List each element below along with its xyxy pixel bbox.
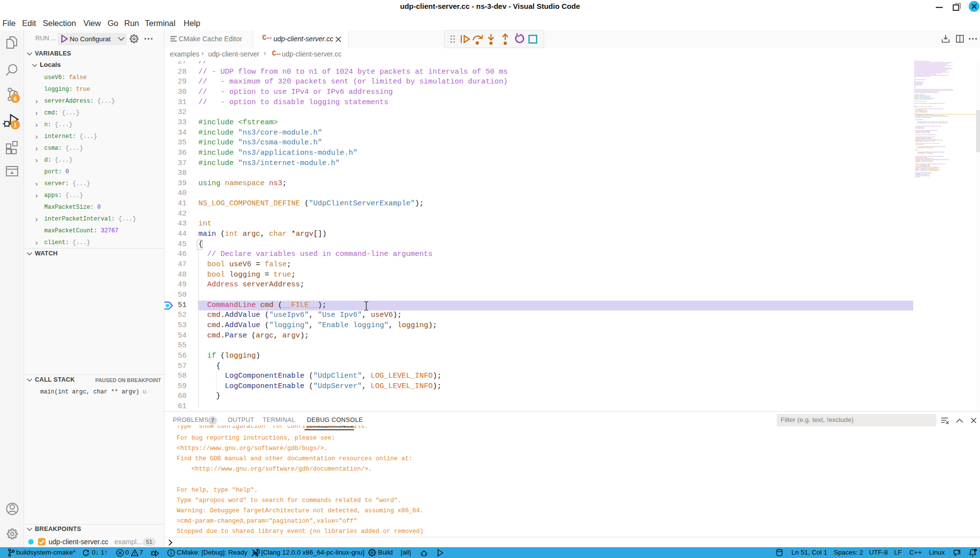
svg-text:1: 1 [14, 122, 17, 128]
svg-text:6: 6 [14, 96, 17, 102]
